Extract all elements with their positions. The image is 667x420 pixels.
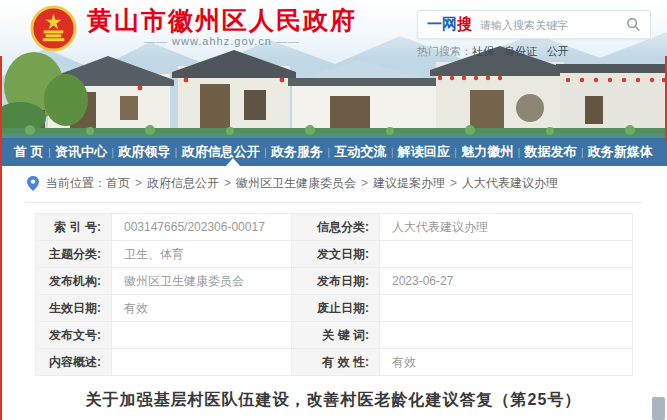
location-pin-icon — [27, 176, 39, 191]
value-publisher: 徽州区卫生健康委员会 — [112, 268, 292, 295]
value-index-number: 003147665/202306-00017 — [112, 214, 292, 241]
search-icon[interactable] — [626, 17, 641, 32]
value-validity: 有效 — [380, 349, 633, 376]
document-metadata-table: 索 引 号: 003147665/202306-00017 信息分类: 人大代表… — [35, 213, 633, 376]
floating-widget-button[interactable] — [652, 397, 665, 420]
nav-item-data-release[interactable]: 数据发布 — [525, 143, 577, 161]
label-keywords: 关 键 词: — [292, 322, 380, 349]
table-row: 索 引 号: 003147665/202306-00017 信息分类: 人大代表… — [36, 214, 633, 241]
site-title: 黄山市徽州区人民政府 — [87, 5, 357, 35]
nav-item-new-media[interactable]: 政务新媒体 — [588, 143, 653, 161]
nav-item-charm-huizhou[interactable]: 魅力徽州 — [461, 143, 513, 161]
crumb-home[interactable]: 首页 — [106, 175, 130, 192]
value-content-summary — [112, 349, 292, 376]
active-nav-caret — [226, 158, 240, 166]
label-info-category: 信息分类: — [292, 214, 380, 241]
document-title: 关于加强基层村医队伍建设，改善村医老龄化建议答复（第25号） — [0, 390, 667, 411]
table-row: 生效日期: 有效 废止日期: — [36, 295, 633, 322]
crumb-npc-suggestions[interactable]: 人大代表建议办理 — [462, 175, 558, 192]
hot-tag-gongkai[interactable]: 公开 — [547, 45, 569, 57]
crumb-info-disclosure[interactable]: 政府信息公开 — [147, 175, 219, 192]
value-info-category: 人大代表建议办理 — [380, 214, 633, 241]
label-abolish-date: 废止日期: — [292, 295, 380, 322]
main-nav: 首 页 | 资讯中心 | 政府领导 | 政府信息公开 | 政务服务 | 互动交流… — [0, 138, 667, 166]
label-effective-date: 生效日期: — [36, 295, 112, 322]
search-brand: 一网搜 — [427, 15, 472, 34]
label-doc-number: 发布文号: — [36, 322, 112, 349]
nav-item-interpretation[interactable]: 解读回应 — [398, 143, 450, 161]
search-input[interactable] — [480, 19, 626, 31]
crumb-health-commission[interactable]: 徽州区卫生健康委员会 — [236, 175, 356, 192]
label-issue-date: 发文日期: — [292, 241, 380, 268]
value-issue-date — [380, 241, 633, 268]
value-abolish-date — [380, 295, 633, 322]
site-header: 黄山市徽州区人民政府 —— www.ahhz.gov.cn —— 一网搜 热门搜… — [0, 0, 667, 56]
nav-item-services[interactable]: 政务服务 — [271, 143, 323, 161]
label-topic-category: 主题分类: — [36, 241, 112, 268]
label-validity: 有 效 性: — [292, 349, 380, 376]
value-keywords — [380, 322, 633, 349]
table-row: 内容概述: 有 效 性: 有效 — [36, 349, 633, 376]
site-logo[interactable]: 黄山市徽州区人民政府 —— www.ahhz.gov.cn —— — [30, 5, 357, 52]
breadcrumb: 当前位置： 首页 > 政府信息公开 > 徽州区卫生健康委员会 > 建议提案办理 … — [27, 172, 558, 194]
label-publish-date: 发布日期: — [292, 268, 380, 295]
crumb-proposal-handling[interactable]: 建议提案办理 — [373, 175, 445, 192]
hot-search-label: 热门搜索： — [417, 45, 472, 57]
value-publish-date: 2023-06-27 — [380, 268, 633, 295]
label-index-number: 索 引 号: — [36, 214, 112, 241]
search-box[interactable]: 一网搜 — [417, 10, 651, 39]
breadcrumb-prefix: 当前位置： — [46, 175, 106, 192]
table-row: 主题分类: 卫生、体育 发文日期: — [36, 241, 633, 268]
hot-tag-shenfenzheng[interactable]: 身份证 — [504, 45, 537, 57]
nav-item-interaction[interactable]: 互动交流 — [334, 143, 386, 161]
site-url: —— www.ahhz.gov.cn —— — [87, 35, 357, 47]
section-divider — [25, 202, 642, 203]
left-red-edge — [0, 56, 2, 420]
nav-item-news[interactable]: 资讯中心 — [55, 143, 107, 161]
hot-search-row: 热门搜索：社保身份证公开 — [417, 44, 651, 59]
label-content-summary: 内容概述: — [36, 349, 112, 376]
table-row: 发布文号: 关 键 词: — [36, 322, 633, 349]
page: 黄山市徽州区人民政府 —— www.ahhz.gov.cn —— 一网搜 热门搜… — [0, 0, 667, 420]
value-topic-category: 卫生、体育 — [112, 241, 292, 268]
nav-item-leaders[interactable]: 政府领导 — [118, 143, 170, 161]
national-emblem-icon — [30, 5, 77, 52]
value-effective-date: 有效 — [112, 295, 292, 322]
table-row: 发布机构: 徽州区卫生健康委员会 发布日期: 2023-06-27 — [36, 268, 633, 295]
nav-item-home[interactable]: 首 页 — [14, 143, 44, 161]
search-area: 一网搜 热门搜索：社保身份证公开 — [417, 10, 651, 59]
value-doc-number — [112, 322, 292, 349]
nav-item-info-disclosure[interactable]: 政府信息公开 — [182, 143, 260, 161]
label-publisher: 发布机构: — [36, 268, 112, 295]
hot-tag-shebao[interactable]: 社保 — [472, 45, 494, 57]
